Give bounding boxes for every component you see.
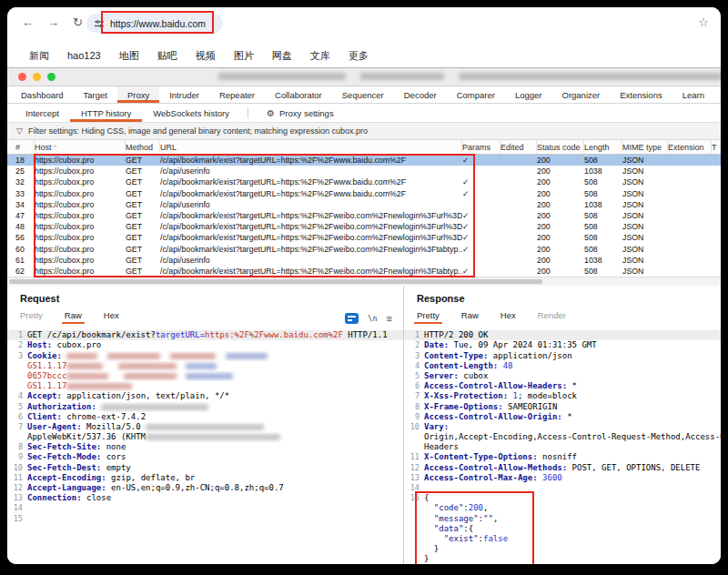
- horizontal-scrollbar[interactable]: [7, 277, 721, 286]
- address-bar[interactable]: https://www.baidu.com: [86, 14, 223, 33]
- history-row-61[interactable]: 61https://cubox.proGET/c/api/userinfo200…: [7, 255, 721, 266]
- history-row-18[interactable]: 18https://cubox.proGET/c/api/bookmark/ex…: [7, 155, 721, 166]
- column-label: Status code: [537, 143, 581, 152]
- inspector-toggle-icon[interactable]: [345, 313, 359, 324]
- main-tab-learn[interactable]: Learn: [672, 86, 714, 103]
- main-tab-proxy[interactable]: Proxy: [117, 86, 159, 103]
- column-header-host[interactable]: Host^: [35, 140, 126, 154]
- request-tab-raw[interactable]: Raw: [65, 310, 82, 322]
- column-label: #: [15, 143, 20, 152]
- request-line: GS1.1.17: [7, 361, 403, 371]
- history-row-60[interactable]: 60https://cubox.proGET/c/api/bookmark/ex…: [7, 244, 721, 255]
- request-tab-hex[interactable]: Hex: [104, 310, 119, 322]
- column-header-extension[interactable]: Extension: [668, 140, 712, 154]
- main-tab-target[interactable]: Target: [73, 86, 116, 103]
- message-editor-split: Request PrettyRawHex \n ≡ 1GET /c/api/bo…: [7, 286, 721, 564]
- window-title-redacted: [218, 73, 721, 80]
- baidu-nav-link-x[interactable]: 文库: [310, 49, 330, 63]
- response-tab-pretty[interactable]: Pretty: [417, 310, 440, 322]
- sub-tab-intercept[interactable]: Intercept: [15, 104, 70, 122]
- column-header-mime-type[interactable]: MIME type: [622, 140, 668, 154]
- url-text[interactable]: https://www.baidu.com: [110, 18, 206, 29]
- site-info-icon[interactable]: [94, 18, 105, 29]
- main-tab-sequencer[interactable]: Sequencer: [332, 86, 394, 103]
- line-number: 9: [7, 452, 27, 462]
- sub-tab-http-history[interactable]: HTTP history: [70, 104, 142, 122]
- minimize-window-icon[interactable]: [33, 73, 41, 81]
- response-line: 3Content-Type: application/json: [404, 351, 721, 361]
- response-line: }: [404, 544, 721, 554]
- main-tab-intruder[interactable]: Intruder: [159, 86, 209, 103]
- request-tab-pretty[interactable]: Pretty: [20, 310, 43, 322]
- filter-bar[interactable]: ▽ Filter settings: Hiding CSS, image and…: [7, 123, 721, 140]
- baidu-nav-link-x[interactable]: 更多: [349, 49, 369, 63]
- line-number: 3: [7, 351, 27, 361]
- line-number: 10: [7, 463, 27, 473]
- main-tab-collaborator[interactable]: Collaborator: [265, 86, 332, 103]
- history-row-48[interactable]: 48https://cubox.proGET/c/api/bookmark/ex…: [7, 221, 721, 232]
- main-tab-logger[interactable]: Logger: [505, 86, 552, 103]
- sub-tab-websockets-history[interactable]: WebSockets history: [142, 104, 240, 122]
- response-tab-render[interactable]: Render: [538, 310, 566, 322]
- history-row-25[interactable]: 25https://cubox.proGET/c/api/userinfo200…: [7, 166, 721, 177]
- history-row-56[interactable]: 56https://cubox.proGET/c/api/bookmark/ex…: [7, 232, 721, 243]
- column-header-status-code[interactable]: Status code: [537, 140, 584, 154]
- main-tab-extensions[interactable]: Extensions: [610, 86, 672, 103]
- response-editor[interactable]: 1HTTP/2 200 OK2Date: Tue, 09 Apr 2024 01…: [404, 330, 721, 564]
- maximize-window-icon[interactable]: [47, 73, 56, 81]
- history-row-34[interactable]: 34https://cubox.proGET/c/api/userinfo200…: [7, 199, 721, 210]
- column-label: T: [712, 143, 717, 152]
- response-tab-hex[interactable]: Hex: [500, 310, 516, 322]
- baidu-nav-link-hao123[interactable]: hao123: [67, 50, 101, 61]
- browser-window: ← → ↻ https://www.baidu.com: [7, 7, 721, 67]
- close-window-icon[interactable]: [18, 73, 26, 81]
- scrollbar-thumb[interactable]: [9, 279, 542, 284]
- request-line: 12Accept-Language: en-US,en;q=0.9,zh-CN;…: [7, 483, 403, 493]
- history-row-47[interactable]: 47https://cubox.proGET/c/api/bookmark/ex…: [7, 210, 721, 221]
- column-header-url[interactable]: URL: [160, 140, 462, 154]
- request-editor[interactable]: 1GET /c/api/bookmark/exist?targetURL=htt…: [7, 330, 403, 524]
- baidu-nav-link-x[interactable]: 新闻: [29, 49, 49, 63]
- column-header-params[interactable]: Params: [462, 140, 500, 154]
- line-number: [7, 371, 27, 381]
- history-row-62[interactable]: 62https://cubox.proGET/c/api/bookmark/ex…: [7, 266, 721, 277]
- line-number: 1: [404, 330, 424, 340]
- sub-tab-proxy-settings[interactable]: ⚙Proxy settings: [256, 104, 345, 122]
- baidu-nav-link-x[interactable]: 图片: [234, 49, 254, 63]
- response-line: 7X-Xss-Protection: 1; mode=block: [404, 391, 721, 401]
- history-row-32[interactable]: 32https://cubox.proGET/c/api/bookmark/ex…: [7, 177, 721, 187]
- main-tab-organizer[interactable]: Organizer: [552, 86, 611, 103]
- baidu-nav-links: 新闻hao123地图贴吧视频图片网盘文库更多: [7, 44, 721, 67]
- editor-menu-icon[interactable]: ≡: [387, 313, 392, 324]
- main-tab-comparer[interactable]: Comparer: [447, 86, 505, 103]
- response-line: 1HTTP/2 200 OK: [404, 330, 721, 340]
- baidu-nav-link-x[interactable]: 贴吧: [157, 49, 177, 63]
- request-line: 11Accept-Encoding: gzip, deflate, br: [7, 473, 403, 483]
- line-number: 13: [7, 493, 27, 503]
- line-number: [7, 361, 27, 371]
- reload-icon[interactable]: ↻: [73, 15, 83, 29]
- baidu-nav-link-x[interactable]: 网盘: [272, 49, 292, 63]
- forward-icon[interactable]: →: [47, 15, 59, 29]
- column-header-method[interactable]: Method: [126, 140, 160, 154]
- back-icon[interactable]: ←: [22, 15, 34, 29]
- column-header-length[interactable]: Length: [584, 140, 622, 154]
- newline-toggle-icon[interactable]: \n: [368, 314, 377, 323]
- line-number: 13: [404, 473, 424, 483]
- column-header-edited[interactable]: Edited: [500, 140, 537, 154]
- column-header-x[interactable]: #: [7, 140, 35, 154]
- response-tab-raw[interactable]: Raw: [461, 310, 479, 322]
- column-header-t[interactable]: T: [712, 140, 721, 154]
- baidu-nav-link-x[interactable]: 视频: [196, 49, 216, 63]
- main-tab-repeater[interactable]: Repeater: [209, 86, 265, 103]
- line-number: [7, 381, 27, 391]
- response-line: 12Access-Control-Allow-Methods: POST, GE…: [404, 463, 721, 473]
- bookmark-star-icon[interactable]: ☆: [698, 15, 709, 29]
- baidu-nav-link-x[interactable]: 地图: [119, 49, 139, 63]
- request-line: AppleWebKit/537.36 (KHTM: [7, 432, 403, 442]
- main-tab-dashboard[interactable]: Dashboard: [11, 86, 73, 103]
- history-row-33[interactable]: 33https://cubox.proGET/c/api/bookmark/ex…: [7, 188, 721, 199]
- column-label: Params: [462, 143, 490, 152]
- main-tab-decoder[interactable]: Decoder: [394, 86, 447, 103]
- redacted-blur: [124, 373, 177, 379]
